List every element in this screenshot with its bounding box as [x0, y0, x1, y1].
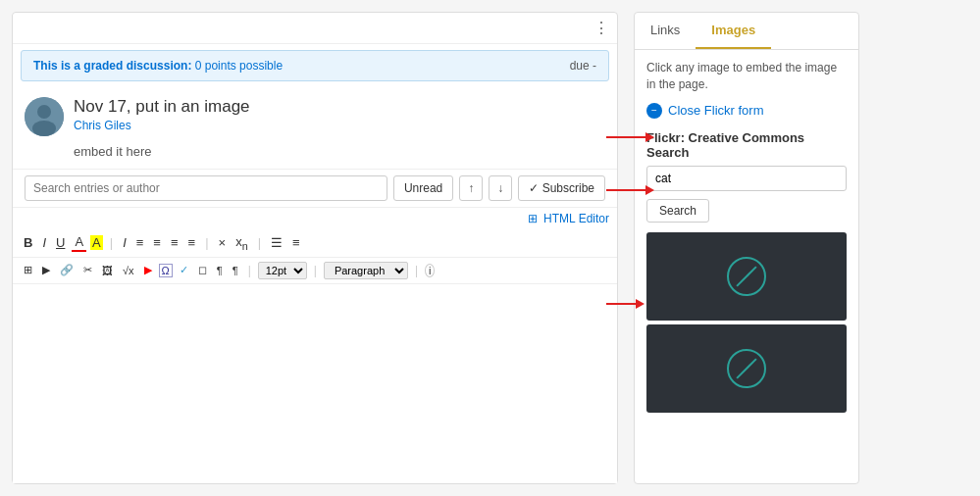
- post-header-area: Nov 17, put in an image Chris Giles: [13, 87, 617, 140]
- pilcrow-button[interactable]: ¶: [214, 264, 226, 277]
- avatar-svg: [25, 97, 64, 136]
- editor-textarea[interactable]: [13, 284, 617, 483]
- info-button[interactable]: i: [425, 264, 435, 277]
- search-input[interactable]: [25, 175, 387, 201]
- image-result-1[interactable]: [646, 232, 847, 321]
- image-placeholder-icon-1: [727, 257, 766, 296]
- right-description: Click any image to embed the image in th…: [646, 60, 847, 93]
- avatar: [25, 97, 64, 136]
- close-flickr-icon[interactable]: −: [646, 103, 662, 119]
- media-button[interactable]: ▶: [39, 263, 53, 277]
- separator-2: |: [202, 234, 211, 251]
- toolbar-1: B I U A A | I ≡ ≡ ≡ ≡ | × xn | ☰ ≡: [13, 229, 617, 258]
- separator-4: |: [245, 263, 254, 278]
- separator-5: |: [311, 263, 320, 278]
- pilcrow2-button[interactable]: ¶: [230, 264, 241, 277]
- upload-icon-button[interactable]: ↑: [459, 175, 483, 201]
- check-button[interactable]: ✓: [177, 263, 191, 277]
- subscribe-button[interactable]: ✓ Subscribe: [518, 175, 605, 201]
- link-button[interactable]: 🔗: [57, 263, 77, 277]
- tabs-bar: Links Images: [635, 13, 858, 50]
- toolbar-2: ⊞ ▶ 🔗 ✂ 🖼 √x ▶ Ω ✓ ◻ ¶ ¶ | 12pt 10pt 14p…: [13, 258, 617, 284]
- search-bar: Unread ↑ ↓ ✓ Subscribe: [13, 169, 617, 207]
- align-center-button[interactable]: ≡: [150, 234, 164, 251]
- special-char-button[interactable]: Ω: [159, 264, 173, 277]
- video-button[interactable]: ◻: [195, 263, 210, 277]
- post-info: Nov 17, put in an image Chris Giles: [74, 97, 250, 132]
- paragraph-select[interactable]: Paragraph Heading 1: [324, 262, 408, 279]
- flickr-title: Flickr: Creative Commons Search: [646, 130, 847, 160]
- ordered-list-button[interactable]: ≡: [289, 234, 303, 251]
- image-result-2[interactable]: [646, 324, 847, 413]
- separator-1: |: [107, 234, 116, 251]
- unread-button[interactable]: Unread: [393, 175, 453, 201]
- table-button[interactable]: ⊞: [21, 263, 35, 277]
- close-flickr-label[interactable]: Close Flickr form: [668, 103, 764, 118]
- graded-discussion-bar: This is a graded discussion: 0 points po…: [21, 50, 609, 81]
- svg-point-1: [37, 105, 51, 119]
- right-content: Click any image to embed the image in th…: [635, 50, 858, 483]
- post-author[interactable]: Chris Giles: [74, 119, 250, 132]
- strikethrough-button[interactable]: ×: [216, 234, 230, 251]
- highlight-button[interactable]: A: [90, 235, 103, 250]
- separator-3: |: [255, 234, 264, 251]
- spacer: [618, 0, 626, 496]
- post-title: Nov 17, put in an image: [74, 97, 250, 117]
- svg-point-2: [32, 121, 56, 136]
- font-color-button[interactable]: A: [72, 233, 86, 252]
- justify-button[interactable]: ≡: [185, 234, 199, 251]
- close-flickr-row: − Close Flickr form: [646, 103, 847, 119]
- scissors-button[interactable]: ✂: [80, 263, 95, 277]
- underline-button[interactable]: U: [53, 234, 68, 251]
- download-icon-button[interactable]: ↓: [489, 175, 512, 201]
- graded-label: This is a graded discussion: 0 points po…: [33, 59, 283, 73]
- image-placeholder-icon-2: [727, 349, 766, 388]
- unordered-list-button[interactable]: ☰: [268, 234, 285, 251]
- subscript-button[interactable]: xn: [232, 233, 251, 253]
- due-label: due -: [570, 59, 596, 73]
- left-panel: ⋮ This is a graded discussion: 0 points …: [12, 12, 618, 484]
- search-button[interactable]: Search: [646, 199, 709, 223]
- post-body: embed it here: [13, 140, 617, 169]
- embed-icon: ⊞: [528, 212, 538, 225]
- more-options-icon[interactable]: ⋮: [593, 19, 609, 37]
- align-right-button[interactable]: ≡: [168, 234, 181, 251]
- separator-6: |: [412, 263, 421, 278]
- italic-button[interactable]: I: [39, 234, 49, 251]
- image-button[interactable]: 🖼: [99, 264, 116, 277]
- font-size-select[interactable]: 12pt 10pt 14pt: [258, 262, 307, 279]
- editor-top-bar: ⊞ HTML Editor: [13, 207, 617, 229]
- youtube-button[interactable]: ▶: [141, 263, 155, 277]
- post-header-bar: ⋮: [13, 13, 617, 44]
- html-editor-link[interactable]: HTML Editor: [543, 212, 609, 225]
- right-panel: Links Images Click any image to embed th…: [634, 12, 859, 484]
- bold-button[interactable]: B: [21, 234, 35, 251]
- avatar-image: [25, 97, 64, 136]
- sqrt-button[interactable]: √x: [120, 264, 137, 277]
- flickr-search-input[interactable]: [646, 166, 847, 191]
- tab-links[interactable]: Links: [635, 13, 696, 49]
- align-left-button[interactable]: ≡: [133, 234, 147, 251]
- italic-2-button[interactable]: I: [120, 234, 129, 251]
- tab-images[interactable]: Images: [696, 13, 771, 49]
